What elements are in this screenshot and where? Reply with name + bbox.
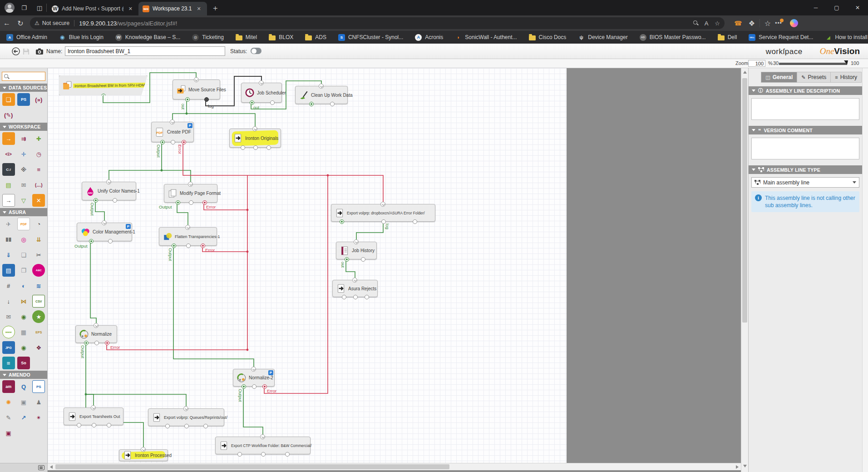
quality-badge-icon[interactable]: ★ <box>32 310 45 323</box>
workflow-node-ironton-broadsheet-in[interactable]: Ironton Broadsheet BW In from SRV-HDMFTP… <box>59 75 148 95</box>
canvas-horizontal-scrollbar[interactable] <box>48 463 741 470</box>
port[interactable] <box>285 452 290 457</box>
assembly-line-description-textarea[interactable] <box>751 98 859 120</box>
barcode-check-icon[interactable]: ‖‖ <box>2 233 15 246</box>
workflow-node-flatten-transparencies-1[interactable]: Flatten Transparencies-1 <box>159 227 217 246</box>
name-input[interactable] <box>65 46 225 56</box>
jpg-icon[interactable]: JPG <box>2 341 15 354</box>
split-pages-icon[interactable]: ✂ <box>32 248 45 261</box>
trend-icon[interactable]: ↗ <box>17 411 30 424</box>
port[interactable] <box>365 295 369 299</box>
workflow-node-move-source-files[interactable]: Move Source Files <box>173 79 220 99</box>
output-port[interactable] <box>176 200 180 205</box>
bookmark-item[interactable]: DELLService Request Det... <box>749 34 813 41</box>
bookmark-item[interactable]: ◍Ticketing <box>192 34 224 41</box>
settings-menu-icon[interactable]: ••• <box>774 20 783 26</box>
color-names-icon[interactable]: ABC <box>32 264 45 277</box>
pdf-icon[interactable]: PDF <box>17 218 30 230</box>
profile-avatar[interactable] <box>5 3 15 13</box>
port[interactable] <box>266 145 271 150</box>
zoom-input[interactable] <box>748 60 765 67</box>
error-port[interactable] <box>202 200 207 205</box>
workflow-node-modify-page-format[interactable]: Modify Page Format <box>164 184 217 203</box>
read-aloud-icon[interactable]: A <box>705 20 709 27</box>
close-button[interactable]: ✕ <box>847 0 868 15</box>
error-port[interactable] <box>201 243 205 248</box>
copilot-icon[interactable] <box>790 19 798 27</box>
port[interactable] <box>342 295 346 299</box>
output-port[interactable] <box>250 100 254 105</box>
rename-icon[interactable]: ✛ <box>17 148 30 160</box>
workflow-node-job-scheduler[interactable]: Job Scheduler <box>241 83 282 103</box>
bookmark-item[interactable]: ψDevice Manager <box>578 34 627 41</box>
workflow-node-export-volprp-asura-error[interactable]: Export volprp: dropboxcn/ASURA Error Fol… <box>331 204 435 222</box>
scroll-left-arrow[interactable] <box>50 465 53 469</box>
search-input[interactable] <box>11 74 43 79</box>
port[interactable] <box>252 384 256 389</box>
output-port[interactable] <box>84 341 89 345</box>
canvas-vertical-scrollbar[interactable] <box>741 68 748 472</box>
inspect-icon[interactable]: Q <box>17 380 30 393</box>
color-burst-icon[interactable]: ✺ <box>2 396 15 408</box>
report-clock-icon[interactable]: ◔ <box>32 218 45 230</box>
extensions-icon[interactable]: ❖ <box>745 19 759 28</box>
cleanup-broom-icon[interactable]: ▽ <box>17 194 30 207</box>
input-port[interactable] <box>102 220 107 225</box>
port[interactable] <box>189 200 193 205</box>
export-folder-icon[interactable]: → <box>2 132 15 145</box>
error-port[interactable] <box>262 384 267 389</box>
hot-folder-icon[interactable]: ❏ <box>2 93 15 106</box>
vertical-scroll-thumb[interactable] <box>742 78 747 323</box>
input-port[interactable] <box>252 126 257 131</box>
vertical-tabs-icon[interactable]: ◫ <box>34 2 45 14</box>
input-port[interactable] <box>259 80 264 85</box>
port[interactable] <box>203 424 208 428</box>
bookmark-item[interactable]: AAcronis <box>415 34 443 41</box>
port[interactable] <box>184 424 189 428</box>
port[interactable] <box>92 423 96 427</box>
bookmark-item[interactable]: Mitel <box>236 34 257 40</box>
workflow-node-color-management-1[interactable]: Color Management-1P <box>77 223 132 241</box>
exit-editor-button[interactable] <box>11 47 20 56</box>
output-port[interactable] <box>345 257 349 262</box>
output-port[interactable] <box>185 97 190 102</box>
output-port[interactable] <box>94 198 98 203</box>
port[interactable] <box>353 295 358 299</box>
port[interactable] <box>171 140 175 144</box>
input-port[interactable] <box>188 182 193 187</box>
workflow-node-asura-rejects[interactable]: Asura Rejects <box>332 280 378 297</box>
palette-section-amendo[interactable]: AMENDO <box>0 371 47 379</box>
zoom-page-icon[interactable] <box>693 20 698 27</box>
duplicate-pages-icon[interactable]: ❏ <box>17 248 30 261</box>
bookmark-item[interactable]: Dell <box>718 34 737 40</box>
horizontal-scroll-thumb[interactable] <box>55 464 449 469</box>
scroll-down-arrow[interactable] <box>743 465 747 467</box>
input-port[interactable] <box>260 434 265 439</box>
input-port[interactable] <box>185 225 190 230</box>
port[interactable] <box>113 198 117 203</box>
workflow-node-export-ctp-workflow[interactable]: Export CTP Workflow Folder: B&W Commerci… <box>215 437 311 454</box>
browser-essentials-icon[interactable]: ☎ <box>731 20 745 27</box>
port[interactable] <box>261 452 266 457</box>
route-split-icon[interactable]: ⇉ <box>17 132 30 145</box>
output-port[interactable] <box>89 239 94 243</box>
output-port[interactable] <box>160 140 165 144</box>
workflow-node-normalize[interactable]: Normalize <box>75 325 117 343</box>
refresh-icon[interactable]: ↻ <box>14 19 27 28</box>
snapshot-button[interactable] <box>35 47 44 56</box>
input-port[interactable] <box>106 179 111 184</box>
workflow-node-ironton-processed[interactable]: Ironton Processed <box>119 449 168 461</box>
ripple-icon[interactable]: ≋ <box>32 279 45 292</box>
close-tab-icon[interactable]: ✕ <box>195 5 203 13</box>
scroll-up-arrow[interactable] <box>743 71 747 74</box>
web-globe-icon[interactable]: www <box>2 326 15 338</box>
bookmark-item[interactable]: WKnowledge Base – S... <box>115 34 180 41</box>
palette-search[interactable] <box>2 72 45 81</box>
input-port[interactable] <box>94 323 99 328</box>
version-comment-textarea[interactable] <box>751 138 859 159</box>
port[interactable] <box>361 257 365 262</box>
security-label[interactable]: Not secure <box>42 20 69 26</box>
input-port[interactable] <box>319 84 324 89</box>
trim-box-icon[interactable]: # <box>2 279 15 292</box>
error-port[interactable] <box>182 140 186 144</box>
